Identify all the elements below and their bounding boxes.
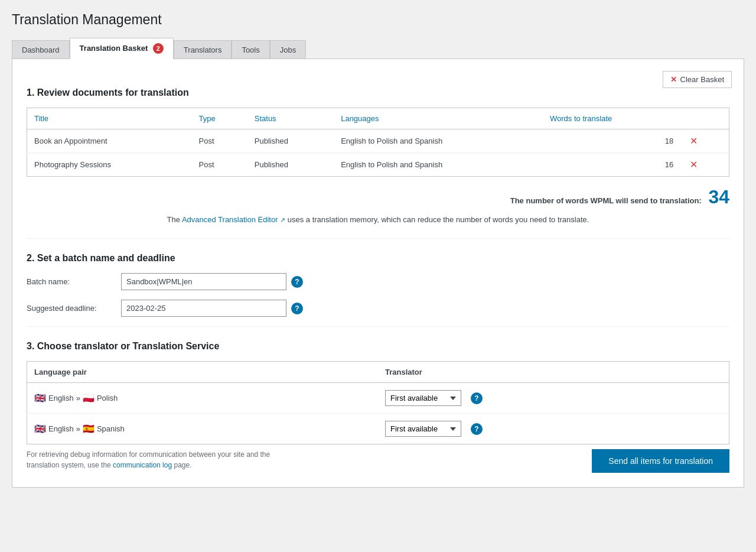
table-row: Photography Sessions Post Published Engl… [27, 153, 729, 177]
col-status: Status [247, 108, 334, 129]
ate-note-prefix: The [167, 215, 182, 224]
col-languages: Languages [334, 108, 543, 129]
translator-table: Language pair Translator 🇬🇧 English » 🇵🇱… [27, 361, 729, 444]
tab-dashboard[interactable]: Dashboard [12, 40, 70, 59]
documents-table: Title Type Status Languages Words to tra… [27, 108, 729, 177]
row2-status: Published [247, 153, 334, 177]
row2-type: Post [192, 153, 247, 177]
deadline-label: Suggested deadline: [27, 304, 121, 313]
section-1: 1. Review documents for translation Titl… [27, 87, 729, 224]
row1-title: Book an Appointment [27, 129, 192, 153]
target-lang-1: Polish [97, 394, 118, 402]
batch-name-row: Batch name: ? [27, 273, 729, 290]
tab-translation-basket[interactable]: Translation Basket 2 [70, 38, 174, 59]
page-title: Translation Management [12, 12, 744, 28]
batch-name-input[interactable] [121, 273, 286, 290]
translator-row-2-inner: First available Me Other translator ? [385, 421, 722, 437]
main-panel: ✕ Clear Basket 1. Review documents for t… [12, 59, 744, 488]
ate-note-suffix: uses a translation memory, which can red… [285, 215, 589, 224]
debug-note: For retrieving debug information for com… [27, 449, 275, 470]
batch-name-label: Batch name: [27, 277, 121, 286]
tab-tools[interactable]: Tools [232, 40, 269, 59]
col-language-pair: Language pair [27, 362, 379, 383]
source-lang-1: English [48, 394, 74, 402]
translator2-help-icon[interactable]: ? [471, 423, 483, 435]
arrow-icon-1: » [76, 394, 80, 402]
translator-select-2[interactable]: First available Me Other translator [385, 421, 461, 437]
source-flag-2: 🇬🇧 [34, 423, 46, 434]
target-lang-2: Spanish [97, 424, 125, 433]
send-btn-area: Send all items for translation [592, 449, 729, 473]
lang-pair-1: 🇬🇧 English » 🇵🇱 Polish [34, 392, 371, 404]
source-flag-1: 🇬🇧 [34, 392, 46, 404]
row1-type: Post [192, 129, 247, 153]
word-count-value: 34 [708, 186, 729, 207]
row1-status: Published [247, 129, 334, 153]
batch-name-help-icon[interactable]: ? [291, 276, 303, 288]
row2-title: Photography Sessions [27, 153, 192, 177]
tabs-bar: Dashboard Translation Basket 2 Translato… [12, 37, 744, 59]
arrow-icon-2: » [76, 424, 80, 433]
source-lang-2: English [48, 424, 74, 433]
external-link-icon: ↗ [280, 216, 285, 223]
deadline-input[interactable] [121, 300, 286, 317]
col-title: Title [27, 108, 192, 129]
section2-title: 2. Set a batch name and deadline [27, 253, 729, 264]
section-3: 3. Choose translator or Translation Serv… [27, 326, 729, 444]
ate-note: The Advanced Translation Editor ↗ uses a… [27, 215, 729, 224]
section-2: 2. Set a batch name and deadline Batch n… [27, 238, 729, 317]
clear-x-icon: ✕ [670, 75, 677, 84]
deadline-row: Suggested deadline: ? [27, 300, 729, 317]
word-count-label: The number of words WPML will send to tr… [510, 196, 702, 205]
row2-languages: English to Polish and Spanish [334, 153, 543, 177]
col-type: Type [192, 108, 247, 129]
word-count-row: The number of words WPML will send to tr… [27, 186, 729, 208]
section1-title: 1. Review documents for translation [27, 87, 729, 98]
communication-log-link[interactable]: communication log [113, 461, 172, 469]
col-translator: Translator [378, 362, 729, 383]
remove-row1-button[interactable]: ✕ [687, 135, 700, 147]
tab-jobs[interactable]: Jobs [270, 40, 306, 59]
bottom-row: For retrieving debug information for com… [27, 444, 729, 473]
send-all-button[interactable]: Send all items for translation [592, 449, 729, 473]
target-flag-2: 🇪🇸 [83, 423, 94, 434]
clear-basket-button[interactable]: ✕ Clear Basket [663, 71, 732, 88]
row1-words: 18 [543, 129, 680, 153]
section3-title: 3. Choose translator or Translation Serv… [27, 341, 729, 352]
translator-row-1-inner: First available Me Other translator ? [385, 390, 722, 406]
translator-row-1: 🇬🇧 English » 🇵🇱 Polish First available M… [27, 383, 729, 414]
ate-link[interactable]: Advanced Translation Editor ↗ [182, 215, 285, 224]
remove-row2-button[interactable]: ✕ [687, 159, 700, 170]
row1-languages: English to Polish and Spanish [334, 129, 543, 153]
deadline-help-icon[interactable]: ? [291, 303, 303, 314]
lang-pair-2: 🇬🇧 English » 🇪🇸 Spanish [34, 423, 371, 434]
basket-badge: 2 [153, 43, 164, 54]
translator-row-2: 🇬🇧 English » 🇪🇸 Spanish First available … [27, 414, 729, 444]
col-words: Words to translate [543, 108, 680, 129]
row2-words: 16 [543, 153, 680, 177]
target-flag-1: 🇵🇱 [83, 392, 94, 404]
translator1-help-icon[interactable]: ? [471, 392, 483, 404]
translator-select-1[interactable]: First available Me Other translator [385, 390, 461, 406]
tab-translators[interactable]: Translators [174, 40, 232, 59]
table-row: Book an Appointment Post Published Engli… [27, 129, 729, 153]
